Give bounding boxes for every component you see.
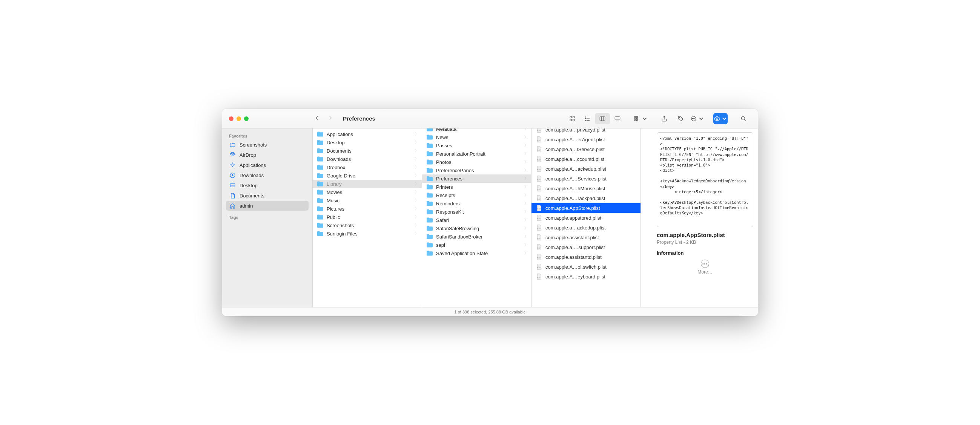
chevron-right-icon: 〉 <box>524 159 528 165</box>
file-item[interactable]: PLISTcom.apple.AppStore.plist <box>531 203 641 213</box>
preview-more-button[interactable]: ••• More… <box>657 260 753 275</box>
file-item[interactable]: PLISTcom.apple.assistantd.plist <box>531 252 641 262</box>
sidebar-item-screenshots[interactable]: Screenshots <box>226 140 309 149</box>
chevron-right-icon: 〉 <box>524 192 528 198</box>
item-label: Pictures <box>327 206 412 212</box>
svg-point-22 <box>679 117 680 118</box>
item-label: News <box>436 135 522 140</box>
file-item[interactable]: PLISTcom.apple.assistant.plist <box>531 233 641 242</box>
statusbar: 1 of 398 selected, 255,88 GB available <box>222 307 758 316</box>
folder-item[interactable]: Reminders〉 <box>422 199 531 208</box>
download-icon <box>229 172 236 179</box>
file-item[interactable]: PLISTcom.apple.a….support.plist <box>531 242 641 252</box>
folder-item[interactable]: Receipts〉 <box>422 191 531 199</box>
chevron-right-icon: 〉 <box>524 201 528 206</box>
file-item[interactable]: PLISTcom.apple.A…eyboard.plist <box>531 272 641 281</box>
file-item[interactable]: PLISTcom.apple.a…ackedup.plist <box>531 223 641 233</box>
sidebar-item-applications[interactable]: Applications <box>226 160 309 170</box>
file-item[interactable]: PLISTcom.apple.A…rackpad.plist <box>531 193 641 203</box>
column-view-button[interactable] <box>595 113 610 124</box>
close-button[interactable] <box>229 116 234 121</box>
share-button[interactable] <box>657 113 672 124</box>
file-item[interactable]: PLISTcom.apple.A…ackedup.plist <box>531 164 641 174</box>
svg-line-29 <box>744 119 746 121</box>
svg-text:PLIST: PLIST <box>537 130 541 132</box>
actions-button[interactable] <box>690 113 705 124</box>
file-item[interactable]: PLISTcom.apple.a…ccountd.plist <box>531 154 641 164</box>
folder-item[interactable]: Pictures〉 <box>313 205 422 213</box>
chevron-right-icon: 〉 <box>524 168 528 173</box>
folder-item[interactable]: PreferencePanes〉 <box>422 166 531 174</box>
folder-item[interactable]: sapi〉 <box>422 241 531 249</box>
folder-item[interactable]: Safari〉 <box>422 216 531 224</box>
svg-rect-32 <box>230 184 235 187</box>
chevron-right-icon: 〉 <box>524 251 528 256</box>
svg-text:PLIST: PLIST <box>537 218 541 220</box>
folder-item[interactable]: Google Drive〉 <box>313 171 422 180</box>
item-label: com.apple.A…ackedup.plist <box>546 166 638 172</box>
svg-point-25 <box>693 118 694 119</box>
folder-item[interactable]: Music〉 <box>313 196 422 205</box>
sidebar-item-downloads[interactable]: Downloads <box>226 170 309 180</box>
folder-item[interactable]: Metadata〉 <box>422 128 531 133</box>
ellipsis-icon: ••• <box>701 260 709 268</box>
file-item[interactable]: PLISTcom.apple.A…Services.plist <box>531 174 641 184</box>
folder-item[interactable]: Screenshots〉 <box>313 221 422 230</box>
sidebar-item-airdrop[interactable]: AirDrop <box>226 150 309 160</box>
folder-item[interactable]: Downloads〉 <box>313 155 422 163</box>
svg-text:PLIST: PLIST <box>537 179 541 181</box>
folder-item[interactable]: Photos〉 <box>422 158 531 166</box>
list-view-button[interactable] <box>580 113 595 124</box>
item-label: ResponseKit <box>436 209 522 215</box>
svg-rect-15 <box>635 116 636 117</box>
sidebar-item-admin[interactable]: admin <box>226 201 309 211</box>
sidebar-item-label: Desktop <box>240 183 258 189</box>
file-item[interactable]: PLISTcom.apple.a…privacyd.plist <box>531 128 641 135</box>
icon-view-button[interactable] <box>565 113 580 124</box>
column-list[interactable]: Metadata〉News〉Passes〉PersonalizationPort… <box>422 128 531 307</box>
folder-item[interactable]: Passes〉 <box>422 141 531 149</box>
folder-item[interactable]: Documents〉 <box>313 147 422 155</box>
gallery-view-button[interactable] <box>610 113 625 124</box>
quicklook-button[interactable] <box>713 113 728 124</box>
chevron-right-icon: 〉 <box>524 128 528 132</box>
folder-item[interactable]: Movies〉 <box>313 188 422 196</box>
folder-item[interactable]: Desktop〉 <box>313 138 422 147</box>
sidebar-item-label: Downloads <box>240 173 264 178</box>
folder-item[interactable]: Printers〉 <box>422 183 531 191</box>
zoom-button[interactable] <box>244 116 248 121</box>
folder-item[interactable]: PersonalizationPortrait〉 <box>422 149 531 158</box>
folder-item[interactable]: Saved Application State〉 <box>422 249 531 257</box>
back-button[interactable] <box>313 114 320 123</box>
minimize-button[interactable] <box>237 116 241 121</box>
item-label: PersonalizationPortrait <box>436 151 522 157</box>
forward-button[interactable] <box>327 114 334 123</box>
column-list[interactable]: Applications〉Desktop〉Documents〉Downloads… <box>313 128 422 307</box>
folder-item[interactable]: Sunlogin Files〉 <box>313 230 422 238</box>
folder-item[interactable]: Library〉 <box>313 180 422 188</box>
file-item[interactable]: PLISTcom.apple.a…lService.plist <box>531 144 641 154</box>
finder-window: Preferences Favorites ScreenshotsAirDrop… <box>222 109 758 316</box>
chevron-right-icon: 〉 <box>415 140 419 145</box>
file-item[interactable]: PLISTcom.apple.A…hMouse.plist <box>531 184 641 193</box>
folder-item[interactable]: SafariSandboxBroker〉 <box>422 233 531 241</box>
file-item[interactable]: PLISTcom.apple.A…erAgent.plist <box>531 135 641 144</box>
folder-item[interactable]: Preferences〉 <box>422 174 531 183</box>
folder-item[interactable]: SafariSafeBrowsing〉 <box>422 224 531 233</box>
file-item[interactable]: PLISTcom.apple.appstored.plist <box>531 213 641 223</box>
folder-item[interactable]: Dropbox〉 <box>313 163 422 171</box>
folder-item[interactable]: Applications〉 <box>313 130 422 138</box>
toolbar <box>565 113 758 124</box>
folder-item[interactable]: ResponseKit〉 <box>422 208 531 216</box>
search-button[interactable] <box>736 113 751 124</box>
sidebar-item-documents[interactable]: Documents <box>226 191 309 200</box>
chevron-right-icon: 〉 <box>415 223 419 228</box>
sidebar-item-desktop[interactable]: Desktop <box>226 181 309 190</box>
folder-item[interactable]: Public〉 <box>313 213 422 221</box>
group-by-button[interactable] <box>633 113 648 124</box>
file-item[interactable]: PLISTcom.apple.A…ol.switch.plist <box>531 262 641 272</box>
item-label: Music <box>327 198 412 203</box>
tags-button[interactable] <box>673 113 689 124</box>
folder-item[interactable]: News〉 <box>422 133 531 141</box>
column-list[interactable]: PLISTcom.apple.a…privacyd.plistPLISTcom.… <box>531 128 641 307</box>
